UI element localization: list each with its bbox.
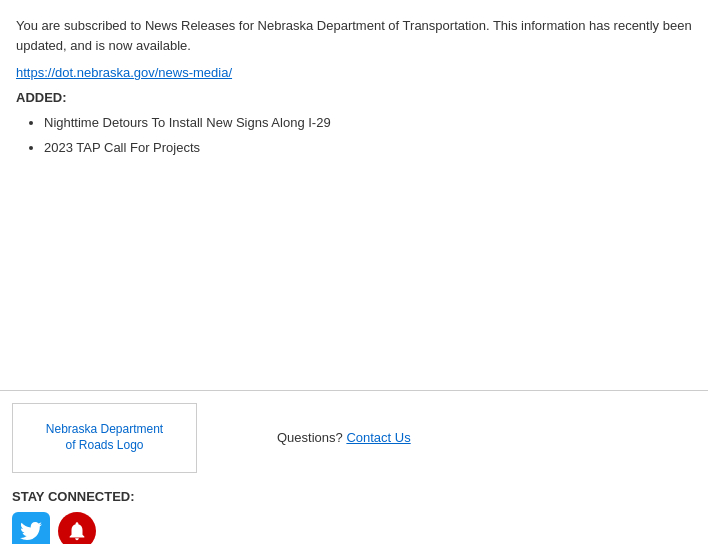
news-link[interactable]: https://dot.nebraska.gov/news-media/ [16, 65, 232, 80]
footer-top: Nebraska Department of Roads Logo Questi… [0, 403, 708, 473]
twitter-icon[interactable] [12, 512, 50, 544]
questions-section: Questions? Contact Us [277, 430, 411, 445]
social-icons [12, 512, 696, 544]
stay-connected-section: STAY CONNECTED: [0, 489, 708, 544]
section-divider [0, 390, 708, 391]
questions-text: Questions? [277, 430, 343, 445]
logo-box: Nebraska Department of Roads Logo [12, 403, 197, 473]
contact-us-link[interactable]: Contact Us [346, 430, 410, 445]
main-content: You are subscribed to News Releases for … [0, 0, 708, 160]
added-label: ADDED: [16, 90, 692, 105]
stay-connected-label: STAY CONNECTED: [12, 489, 696, 504]
list-item: Nighttime Detours To Install New Signs A… [44, 111, 692, 134]
list-item: 2023 TAP Call For Projects [44, 136, 692, 159]
govdelivery-notify-icon[interactable] [58, 512, 96, 544]
logo-image: Nebraska Department of Roads Logo [46, 422, 163, 453]
intro-text: You are subscribed to News Releases for … [16, 16, 692, 55]
added-list: Nighttime Detours To Install New Signs A… [44, 111, 692, 160]
